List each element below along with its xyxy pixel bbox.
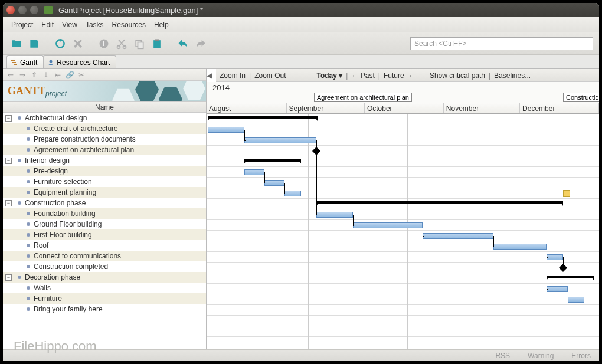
task-bullet-icon xyxy=(27,180,30,183)
tab-resources-chart[interactable]: Resources Chart xyxy=(43,55,116,68)
expander-icon[interactable]: − xyxy=(5,200,12,206)
tabstrip: Gantt Resources Chart xyxy=(3,55,599,69)
gantt-bar[interactable] xyxy=(423,233,493,239)
task-row[interactable]: Create draft of architecture xyxy=(3,123,206,134)
task-list: −Architectural designCreate draft of arc… xyxy=(3,113,206,349)
gantt-summary-bar[interactable] xyxy=(208,116,318,119)
expander-icon[interactable]: − xyxy=(5,158,12,164)
main-toolbar: i Search <Ctrl+F> xyxy=(3,32,599,55)
task-row[interactable]: Roof xyxy=(3,240,206,251)
search-input[interactable]: Search <Ctrl+F> xyxy=(410,37,593,50)
header-milestone-label: Constructic xyxy=(563,93,599,102)
month-cell: November xyxy=(444,103,520,113)
cut-icon[interactable] xyxy=(114,36,129,51)
task-row[interactable]: Prepare construction documents xyxy=(3,134,206,145)
status-errors[interactable]: Errors xyxy=(571,352,591,360)
gantt-bar[interactable] xyxy=(316,212,353,218)
gantt-bar[interactable] xyxy=(568,297,584,303)
task-row[interactable]: −Interior design xyxy=(3,155,206,166)
task-tree-pane: ⇐ ⇒ ⇑ ⇓ ⇤ 🔗 ✂ GANTTproject Name −Archite… xyxy=(3,69,207,349)
outdent-icon[interactable]: ⇤ xyxy=(53,70,63,80)
menu-edit[interactable]: Edit xyxy=(38,19,57,30)
task-row[interactable]: Furniture selection xyxy=(3,176,206,187)
note-icon[interactable] xyxy=(563,190,570,197)
status-warning[interactable]: Warning xyxy=(528,352,554,360)
baselines-button[interactable]: Baselines... xyxy=(494,71,531,80)
gantt-chart[interactable] xyxy=(207,114,599,349)
move-up-icon[interactable]: ⇑ xyxy=(29,70,40,80)
nav-right-icon[interactable]: ⇒ xyxy=(17,70,28,80)
gantt-bar[interactable] xyxy=(547,254,563,260)
column-header-name[interactable]: Name xyxy=(3,102,206,113)
task-row[interactable]: First Floor building xyxy=(3,229,206,240)
task-row[interactable]: Agreement on architectural plan xyxy=(3,145,206,155)
today-button[interactable]: Today ▾ xyxy=(317,71,343,80)
critical-path-button[interactable]: Show critical path xyxy=(430,71,485,80)
task-row[interactable]: Equipment planning xyxy=(3,187,206,198)
expander-icon[interactable]: − xyxy=(5,274,12,281)
open-icon[interactable] xyxy=(9,36,24,51)
window-close-button[interactable] xyxy=(6,6,15,14)
gantt-summary-bar[interactable] xyxy=(547,276,594,278)
past-button[interactable]: ← Past xyxy=(351,71,374,80)
menu-resources[interactable]: Resources xyxy=(109,19,149,30)
task-row[interactable]: −Decoration phase xyxy=(3,272,206,283)
menu-tasks[interactable]: Tasks xyxy=(82,19,107,30)
search-placeholder: Search <Ctrl+F> xyxy=(414,40,466,48)
window-title: GanttProject [HouseBuildingSample.gan] * xyxy=(58,6,203,15)
info-icon[interactable]: i xyxy=(96,36,112,51)
gantt-summary-bar[interactable] xyxy=(244,159,301,162)
tab-gantt[interactable]: Gantt xyxy=(6,55,44,68)
status-rss[interactable]: RSS xyxy=(495,352,510,360)
menu-view[interactable]: View xyxy=(58,19,81,30)
zoom-in-button[interactable]: Zoom In xyxy=(220,71,246,80)
svg-point-12 xyxy=(50,60,53,63)
task-row[interactable]: Pre-design xyxy=(3,166,206,176)
task-row[interactable]: −Construction phase xyxy=(3,198,206,208)
task-bullet-icon xyxy=(18,201,21,205)
task-row[interactable]: Connect to communications xyxy=(3,251,206,261)
save-icon[interactable] xyxy=(27,36,42,51)
gantt-bar[interactable] xyxy=(208,127,244,133)
unlink-icon[interactable]: ✂ xyxy=(76,70,87,80)
task-row[interactable]: Furniture xyxy=(3,293,206,304)
task-row[interactable]: Bring your family here xyxy=(3,304,206,314)
zoom-out-button[interactable]: Zoom Out xyxy=(254,71,286,80)
gantt-bar[interactable] xyxy=(244,137,316,143)
scroll-left-icon[interactable]: ◀ xyxy=(207,69,211,82)
redo-icon[interactable] xyxy=(193,36,208,51)
delete-icon[interactable] xyxy=(70,36,86,51)
gantt-bar[interactable] xyxy=(493,244,547,250)
menu-project[interactable]: Project xyxy=(8,19,37,30)
task-row[interactable]: Foundation building xyxy=(3,208,206,219)
task-row[interactable]: Ground Floor building xyxy=(3,219,206,229)
task-bullet-icon xyxy=(27,127,30,130)
gantt-bar[interactable] xyxy=(244,169,264,175)
refresh-icon[interactable] xyxy=(53,36,68,51)
gantt-summary-bar[interactable] xyxy=(316,201,563,204)
gantt-bar[interactable] xyxy=(353,222,423,228)
menu-help[interactable]: Help xyxy=(150,19,172,30)
gantt-bar[interactable] xyxy=(284,191,301,196)
future-button[interactable]: Future → xyxy=(384,71,413,80)
move-down-icon[interactable]: ⇓ xyxy=(41,70,51,80)
window-minimize-button[interactable] xyxy=(18,6,27,14)
task-bullet-icon xyxy=(27,169,30,173)
task-tree-toolbar: ⇐ ⇒ ⇑ ⇓ ⇤ 🔗 ✂ xyxy=(3,69,206,81)
gantt-bar[interactable] xyxy=(264,180,284,186)
task-row[interactable]: Walls xyxy=(3,283,206,293)
window-maximize-button[interactable] xyxy=(30,6,38,14)
gantt-logo: GANTTproject xyxy=(3,81,206,102)
task-bullet-icon xyxy=(27,297,30,300)
gantt-bar[interactable] xyxy=(547,286,568,292)
link-icon[interactable]: 🔗 xyxy=(64,70,75,80)
paste-icon[interactable] xyxy=(149,36,165,51)
copy-icon[interactable] xyxy=(132,36,147,51)
expander-icon[interactable]: − xyxy=(5,115,12,122)
task-bullet-icon xyxy=(27,148,30,152)
undo-icon[interactable] xyxy=(175,36,191,51)
task-row[interactable]: −Architectural design xyxy=(3,113,206,123)
nav-left-icon[interactable]: ⇐ xyxy=(5,70,16,80)
task-row[interactable]: Construction completed xyxy=(3,261,206,272)
task-bullet-icon xyxy=(18,159,21,162)
